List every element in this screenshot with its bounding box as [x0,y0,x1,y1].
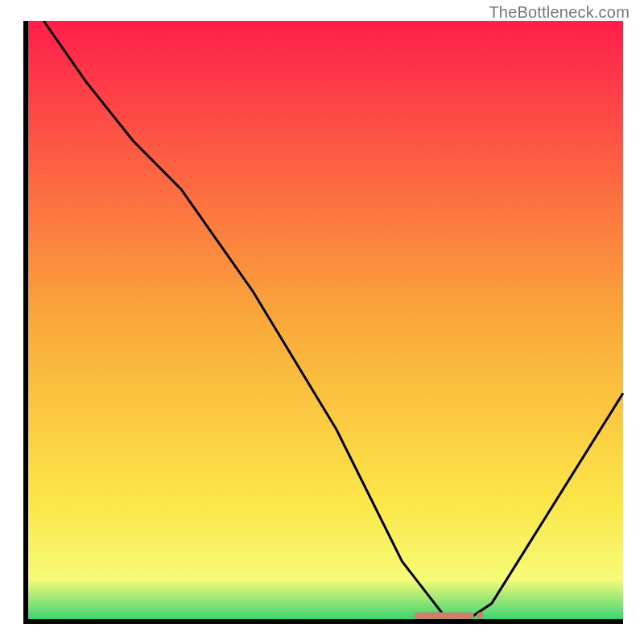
bottleneck-chart [23,21,626,625]
optimal-range-marker [414,613,473,619]
chart-background [26,21,623,621]
optimal-range-end-dot [477,613,484,619]
watermark-text: TheBottleneck.com [489,3,630,22]
